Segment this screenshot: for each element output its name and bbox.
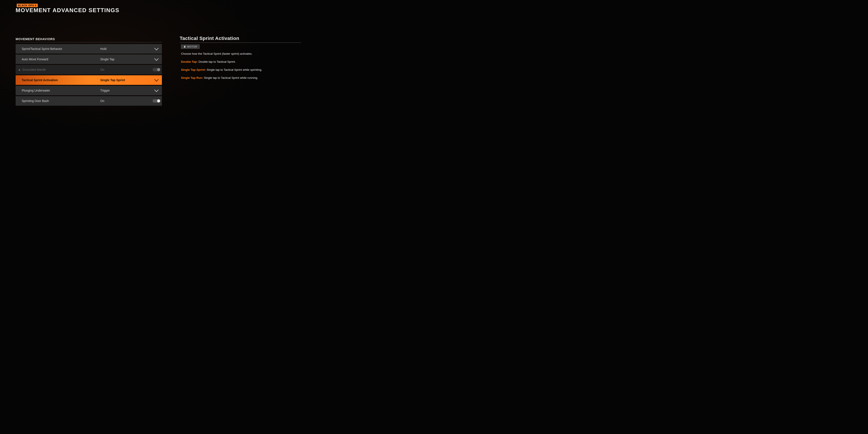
detail-option-name: Double Tap: — [181, 60, 198, 63]
detail-description: Choose how the Tactical Sprint (faster s… — [181, 52, 301, 80]
setting-row[interactable]: Sprinting Door BashOn — [16, 96, 162, 106]
settings-rows: Sprint/Tactical Sprint BehaviorHoldAuto … — [16, 44, 162, 106]
setting-row[interactable]: Plunging UnderwaterTrigger — [16, 86, 162, 95]
setting-label: Sprint/Tactical Sprint Behavior — [16, 47, 98, 51]
chevron-down-icon — [154, 77, 159, 82]
section-title: MOVEMENT BEHAVIORS — [16, 37, 162, 42]
setting-label: Auto Move Forward — [16, 58, 98, 61]
setting-control[interactable] — [151, 79, 162, 81]
detail-option-text: Single tap to Tactical Sprint while runn… — [203, 76, 258, 80]
setting-value: Trigger — [98, 89, 151, 92]
detail-panel: Tactical Sprint Activation MOTOR Choose … — [180, 36, 301, 84]
detail-option-name: Single Tap Sprint: — [181, 68, 206, 71]
setting-label: Sprinting Door Bash — [16, 99, 98, 103]
page-title: MOVEMENT ADVANCED SETTINGS — [16, 7, 119, 14]
detail-option: Single Tap Sprint: Single tap to Tactica… — [181, 68, 301, 72]
setting-control — [151, 68, 162, 71]
chevron-down-icon — [154, 88, 159, 92]
header: BLACK OPS 6 MOVEMENT ADVANCED SETTINGS — [17, 3, 119, 14]
setting-control[interactable] — [151, 90, 162, 91]
setting-row[interactable]: Sprint/Tactical Sprint BehaviorHold — [16, 44, 162, 54]
detail-intro: Choose how the Tactical Sprint (faster s… — [181, 52, 301, 56]
chevron-down-icon — [154, 56, 159, 61]
toggle-knob — [157, 68, 160, 71]
setting-value: On — [98, 68, 151, 71]
toggle-switch — [153, 68, 160, 71]
setting-row: Grounded MantleOn — [16, 65, 162, 74]
setting-row[interactable]: Tactical Sprint ActivationSingle Tap Spr… — [16, 75, 162, 85]
setting-value: Hold — [98, 47, 151, 51]
detail-option-name: Single Tap Run: — [181, 76, 203, 80]
setting-label: Plunging Underwater — [16, 89, 98, 92]
setting-label: Grounded Mantle — [16, 68, 98, 71]
hand-icon — [183, 45, 186, 48]
setting-label: Tactical Sprint Activation — [16, 78, 98, 82]
motor-label: MOTOR — [187, 45, 197, 48]
setting-control[interactable] — [151, 58, 162, 60]
setting-value: Single Tap — [98, 58, 151, 61]
setting-row[interactable]: Auto Move ForwardSingle Tap — [16, 55, 162, 64]
toggle-switch[interactable] — [153, 99, 160, 103]
detail-option-text: Single tap to Tactical Sprint while spri… — [206, 68, 262, 71]
setting-control[interactable] — [151, 48, 162, 50]
lock-icon — [18, 69, 21, 71]
toggle-knob — [157, 99, 160, 102]
motor-tag: MOTOR — [181, 44, 199, 49]
setting-value: Single Tap Sprint — [98, 78, 151, 82]
detail-title: Tactical Sprint Activation — [180, 36, 301, 43]
chevron-down-icon — [154, 46, 159, 50]
setting-value: On — [98, 99, 151, 103]
settings-list-panel: MOVEMENT BEHAVIORS Sprint/Tactical Sprin… — [16, 37, 162, 106]
detail-option: Double Tap: Double tap to Tactical Sprin… — [181, 60, 301, 64]
detail-option: Single Tap Run: Single tap to Tactical S… — [181, 76, 301, 80]
detail-option-text: Double tap to Tactical Sprint. — [198, 60, 236, 63]
setting-control[interactable] — [151, 99, 162, 103]
